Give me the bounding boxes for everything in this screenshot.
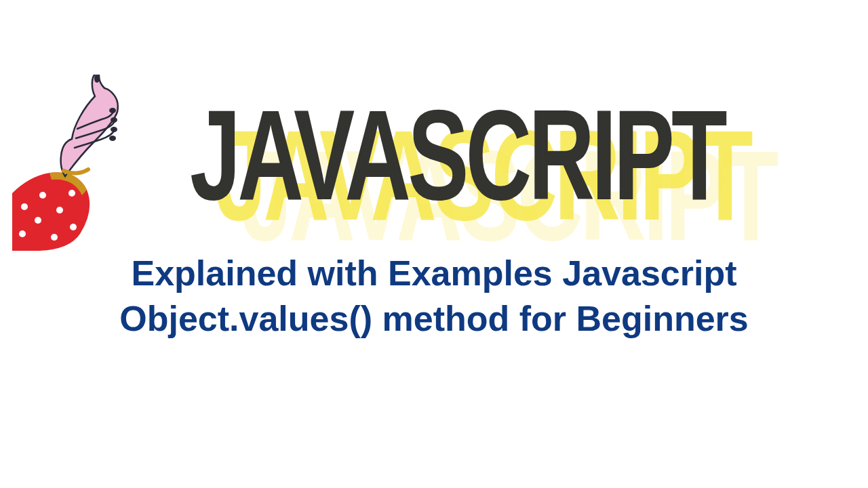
svg-point-4 <box>51 234 58 241</box>
svg-point-0 <box>21 203 28 210</box>
subtitle: Explained with Examples Javascript Objec… <box>47 251 821 341</box>
svg-point-10 <box>111 127 117 132</box>
svg-point-11 <box>109 136 116 141</box>
svg-point-9 <box>111 117 117 123</box>
svg-point-2 <box>35 217 41 224</box>
hero-title-container: JAVASCRIPT JAVASCRIPT JAVASCRIPT <box>190 81 841 209</box>
svg-point-1 <box>39 192 46 199</box>
svg-point-7 <box>68 190 75 197</box>
thumbs-up-illustration <box>12 75 148 251</box>
svg-point-3 <box>56 207 63 214</box>
svg-point-12 <box>94 75 100 83</box>
svg-point-5 <box>19 230 26 237</box>
svg-point-6 <box>70 224 77 230</box>
svg-point-8 <box>109 108 116 113</box>
hero-title: JAVASCRIPT <box>190 81 724 228</box>
